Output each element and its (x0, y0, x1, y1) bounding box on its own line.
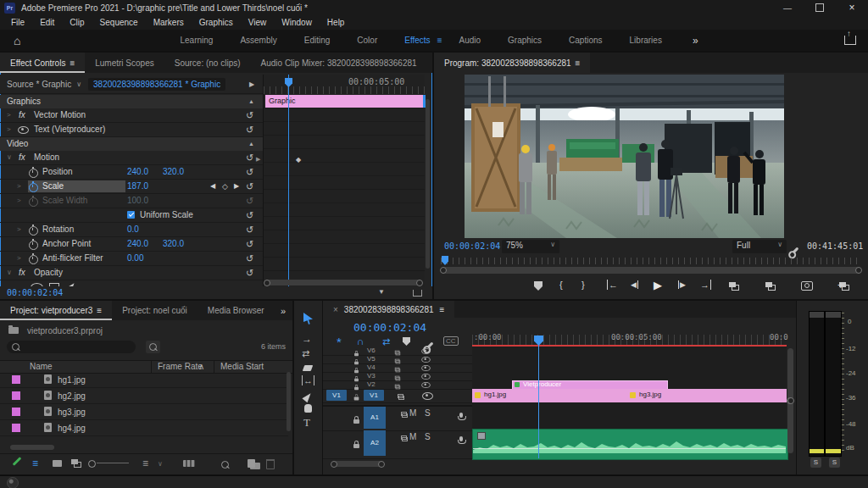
expand-icon[interactable]: > (17, 223, 21, 236)
ec-row-text[interactable]: > Text (Vietproducer) ↺ (0, 123, 263, 137)
delete-button[interactable] (266, 459, 275, 469)
freeform-view-button[interactable] (71, 459, 81, 468)
workspace-tab-editing[interactable]: Editing (304, 36, 331, 45)
mark-in-button[interactable]: { (559, 280, 563, 290)
program-scrubber[interactable] (441, 258, 861, 264)
selection-tool[interactable] (303, 313, 313, 324)
home-icon[interactable]: ⌂ (14, 34, 20, 47)
pen-tool[interactable] (302, 391, 313, 403)
ec-h-scrollbar[interactable] (264, 280, 422, 286)
ec-v-scrollbar[interactable] (426, 99, 430, 269)
value[interactable]: 0.0 (127, 223, 139, 236)
ec-kf-gutter-arrow[interactable]: ▶ (256, 156, 260, 163)
step-back-button[interactable]: ◀ (631, 280, 638, 289)
value-y[interactable]: 320.0 (163, 237, 184, 251)
label-swatch[interactable] (12, 424, 20, 432)
timeline-add-marker-icon[interactable] (403, 337, 410, 346)
value-y[interactable]: 320.0 (163, 165, 184, 179)
track-target-a2[interactable]: A2 (364, 430, 386, 456)
share-icon[interactable]: ↑ (844, 36, 856, 45)
reset-icon[interactable]: ↺ (246, 165, 253, 179)
automate-to-sequence-button[interactable] (183, 460, 195, 467)
project-row-hg2[interactable]: hg2.jpg (0, 388, 288, 404)
track-header-v1[interactable]: V1 V1 (323, 389, 472, 403)
project-tab-overflow[interactable]: » (281, 306, 286, 316)
reset-icon[interactable]: ↺ (246, 252, 253, 265)
solo-button[interactable]: S (425, 408, 431, 418)
menu-view[interactable]: View (241, 18, 275, 27)
workspace-tab-assembly[interactable]: Assembly (240, 36, 276, 45)
timeline-v-scrollbar[interactable] (787, 348, 793, 453)
project-row-hg1[interactable]: hg1.jpg (0, 372, 288, 388)
menu-clip[interactable]: Clip (62, 18, 92, 27)
program-h-scrollbar[interactable] (441, 267, 861, 274)
ec-row-motion[interactable]: ∨ fx Motion ↺ (0, 151, 263, 165)
lock-icon[interactable] (353, 444, 359, 448)
expand-icon[interactable]: > (17, 252, 21, 265)
program-quality-select[interactable]: Full ∨ (732, 240, 787, 253)
reset-icon[interactable]: ↺ (246, 151, 253, 164)
ec-flyout-arrow[interactable]: ▶ (249, 80, 254, 88)
sync-lock-icon[interactable] (401, 435, 408, 441)
project-row-hg4[interactable]: hg4.jpg (0, 420, 288, 436)
ec-row-rotation[interactable]: > Rotation 0.0 ↺ (0, 223, 263, 237)
collapse-icon[interactable]: ▲ (248, 95, 254, 108)
lift-button[interactable] (729, 282, 739, 291)
ec-row-anti-flicker[interactable]: > Anti-flicker Filter 0.00 ↺ (0, 252, 263, 266)
clip-audio[interactable] (472, 429, 788, 460)
column-frame-rate[interactable]: Frame Rate (158, 362, 203, 371)
ec-row-position[interactable]: Position 240.0 320.0 ↺ (0, 165, 263, 180)
timeline-h-scrollbar[interactable] (331, 461, 384, 467)
workspace-overflow[interactable]: » (693, 35, 698, 47)
solo-left-button[interactable]: S (810, 458, 821, 468)
lock-icon[interactable] (354, 397, 359, 401)
ec-section-graphics[interactable]: Graphics ▲ (0, 95, 263, 108)
workspace-tab-libraries[interactable]: Libraries (630, 36, 662, 45)
panel-menu-icon[interactable]: ≡ (576, 58, 581, 68)
meter-box[interactable] (809, 311, 842, 457)
zoom-slider-handle[interactable] (88, 460, 96, 468)
column-name[interactable]: Name (30, 362, 53, 371)
tab-project-vietproducer3[interactable]: Project: vietproducer3 ≡ (0, 301, 112, 320)
source-patch-v1[interactable]: V1 (326, 390, 347, 401)
menu-sequence[interactable]: Sequence (92, 18, 146, 27)
list-view-button[interactable]: ≡ (32, 458, 38, 469)
reset-icon[interactable]: ↺ (246, 223, 253, 236)
sync-lock-icon[interactable] (398, 394, 404, 400)
solo-right-button[interactable]: S (829, 458, 840, 468)
reset-icon[interactable]: ↺ (246, 208, 253, 222)
track-output-icon[interactable] (421, 374, 430, 380)
track-header-a2[interactable]: A2 M S (323, 429, 472, 459)
filter-icon[interactable]: ▼ (378, 288, 385, 296)
ec-section-video[interactable]: Video ▲ (0, 137, 263, 151)
workspace-tab-effects[interactable]: Effects (404, 36, 430, 45)
collapse-icon[interactable]: ▲ (248, 137, 254, 151)
ec-playhead-line[interactable] (288, 75, 289, 288)
track-target-v1[interactable]: V1 (364, 390, 384, 401)
type-tool[interactable]: T (303, 416, 310, 430)
tab-project-noel-cuoi[interactable]: Project: noel cuối (112, 301, 198, 320)
ec-row-opacity[interactable]: ∨ fx Opacity ↺ (0, 266, 263, 280)
expand-icon[interactable]: ∨ (7, 266, 12, 280)
item-name[interactable]: hg4.jpg (58, 424, 86, 433)
sort-caret-icon[interactable]: ∧ (198, 362, 204, 371)
ec-row-anchor-point[interactable]: Anchor Point 240.0 320.0 ↺ (0, 237, 263, 252)
solo-button[interactable]: S (425, 432, 431, 441)
value-x[interactable]: 240.0 (127, 237, 148, 251)
menu-window[interactable]: Window (274, 18, 320, 27)
close-sequence-icon[interactable]: × (333, 305, 338, 314)
menu-file[interactable]: File (3, 18, 32, 27)
ec-row-scale-width[interactable]: > Scale Width 100.0 ↺ (0, 194, 263, 208)
ec-row-vector-motion[interactable]: > fx Vector Motion ↺ (0, 108, 263, 123)
workspace-tab-audio[interactable]: Audio (459, 36, 481, 45)
program-video-frame[interactable] (465, 75, 784, 238)
creative-cloud-sync-icon[interactable] (7, 477, 19, 488)
ec-row-uniform-scale[interactable]: Uniform Scale ↺ (0, 208, 263, 223)
tab-sequence[interactable]: × 3820028398898366281 ≡ (323, 301, 454, 318)
close-button[interactable]: × (836, 2, 868, 14)
find-toolbar-button[interactable] (221, 461, 229, 469)
stopwatch-icon[interactable] (29, 255, 38, 264)
export-frame-button[interactable] (801, 281, 813, 291)
value[interactable]: 187.0 (127, 180, 148, 193)
stopwatch-icon[interactable] (29, 226, 38, 236)
